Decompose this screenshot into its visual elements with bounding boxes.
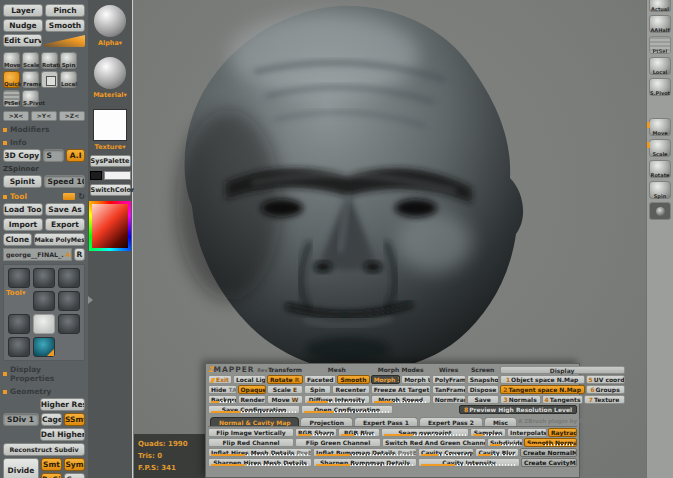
tool-preview-icon[interactable] [63, 193, 75, 200]
rotate-mode-icon[interactable]: Rotate [41, 52, 58, 69]
geometry-section-header[interactable]: Geometry [3, 387, 85, 396]
tab-projection[interactable]: Projection [300, 417, 352, 426]
cage-button[interactable]: Cage [41, 413, 62, 426]
sharpen-bumpmap-slider[interactable]: Sharpen Bumpmap Details [313, 458, 417, 467]
z-axis-button[interactable]: >Z< [59, 111, 85, 121]
ssmt-button[interactable]: SSmt [64, 413, 85, 426]
display-object-space-button[interactable]: 1Object space N.Map [500, 375, 585, 384]
create-normalmap-button[interactable]: Create NormalMap [520, 448, 577, 457]
opaque-button[interactable]: Opaque [238, 385, 267, 394]
layer-brush-button[interactable]: Layer [3, 4, 43, 17]
display-uv-coords-button[interactable]: 5UV coords [586, 375, 625, 384]
tool-dropdown[interactable]: Tool▾ [6, 289, 25, 297]
freeze-at-target-button[interactable]: Freeze At Target [371, 385, 431, 394]
polyframe-button[interactable]: PolyFrame [432, 375, 466, 384]
smt-button[interactable]: Smt [41, 458, 62, 471]
suv-button[interactable]: Suv [64, 473, 85, 478]
x-axis-button[interactable]: >X< [3, 111, 29, 121]
import-button[interactable]: Import [3, 218, 43, 231]
local-light-button[interactable]: Local Light [233, 375, 266, 384]
tool-section-header[interactable]: Tool ↻ [3, 192, 85, 201]
normframe-button[interactable]: NormFrame [432, 395, 466, 404]
seam-overpaint-slider[interactable]: Seam overpaint [381, 428, 469, 437]
tool-thumbnail[interactable] [8, 314, 30, 334]
set-pivot-icon[interactable]: S.Pivot [649, 78, 671, 96]
local-icon[interactable]: Local [649, 57, 671, 75]
material-thumbnail[interactable] [94, 57, 126, 89]
display-tangents-button[interactable]: 4Tangents [542, 395, 583, 404]
smooth-brush-button[interactable]: Smooth [45, 19, 85, 32]
tool-thumbnail[interactable] [58, 291, 80, 311]
tool-name-field[interactable]: george__FINAL_. 48 [3, 248, 72, 261]
ai-button[interactable]: A.I [66, 149, 85, 162]
reconstruct-subdiv-button[interactable]: Reconstruct Subdiv [3, 443, 85, 456]
switchcolor-button[interactable]: SwitchColor [90, 184, 131, 196]
diffuse-intensity-slider[interactable]: Diffuse Intensity [304, 395, 370, 404]
nudge-brush-button[interactable]: Nudge [3, 19, 43, 32]
tool-thumbnail[interactable] [58, 314, 80, 334]
subdivide-slider[interactable]: Subdivide [487, 438, 523, 447]
tool-thumbnail[interactable] [33, 291, 55, 311]
edit-curve-ramp[interactable] [44, 34, 85, 47]
background-slider[interactable]: Background [208, 395, 237, 404]
open-configuration-button[interactable]: Open Configuration [301, 405, 393, 414]
tanframe-button[interactable]: TanFrame [432, 385, 466, 394]
move-mode-icon[interactable]: Move [3, 52, 20, 69]
sharpen-hires-slider[interactable]: Sharpen Hires Mesh Details [208, 458, 312, 467]
alpha-selector[interactable]: Alpha▾ [88, 39, 132, 47]
tool-thumbnail[interactable] [58, 268, 80, 288]
del-higher-button[interactable]: Del Higher [40, 428, 85, 441]
tab-normal-cavity-map[interactable]: Normal & Cavity Map [210, 417, 299, 426]
display-texture-button[interactable]: 7Texture [584, 395, 625, 404]
info-section-header[interactable]: Info [3, 138, 85, 147]
smooth-normals-slider[interactable]: Smooth Normals [524, 438, 577, 447]
ptsel-icon[interactable]: PtSel [649, 36, 671, 54]
copy-3d-button[interactable]: 3D Copy [3, 149, 41, 162]
tab-expert-pass-2[interactable]: Expert Pass 2 [419, 417, 483, 426]
interpolate-button[interactable]: Interpolate [507, 428, 547, 437]
hide-button[interactable]: Hide TAll [208, 385, 237, 394]
faceted-button[interactable]: Faceted [304, 375, 336, 384]
color-picker[interactable] [89, 201, 131, 251]
rotate-button[interactable]: Rotate R [267, 375, 303, 384]
edit-curve-button[interactable]: Edit Curve [3, 34, 42, 47]
box-mode-icon[interactable] [41, 71, 58, 88]
save-as-button[interactable]: Save As [45, 203, 85, 216]
s-slider[interactable]: S [43, 149, 65, 162]
refresh-icon[interactable]: ↻ [78, 192, 85, 201]
load-tool-button[interactable]: Load Tool [3, 203, 43, 216]
cavity-coverage-slider[interactable]: Cavity Coverage [418, 448, 474, 457]
rotate-icon[interactable]: Rotate [649, 160, 671, 178]
tool-thumbnail-selected[interactable] [33, 314, 55, 334]
save-button[interactable]: Save [467, 395, 499, 404]
clone-button[interactable]: Clone [3, 233, 32, 246]
spin-icon[interactable]: Spin [649, 181, 671, 199]
display-normals-button[interactable]: 3Normals [500, 395, 541, 404]
morph-3d-button[interactable]: Morph 3D [371, 375, 401, 384]
tool-thumbnail[interactable] [33, 268, 55, 288]
smooth-button[interactable]: Smooth [337, 375, 369, 384]
rgb-blur-slider[interactable]: RGB Blur [338, 428, 380, 437]
tab-expert-pass-1[interactable]: Expert Pass 1 [354, 417, 418, 426]
tab-misc[interactable]: Misc [484, 417, 517, 426]
flip-green-channel-button[interactable]: Flip Green Channel [295, 438, 381, 447]
raytrace-button[interactable]: Raytrace [548, 428, 577, 437]
move-button[interactable]: Move W [267, 395, 303, 404]
texture-selector[interactable]: Texture▾ [88, 143, 132, 151]
y-axis-button[interactable]: >Y< [31, 111, 57, 121]
higher-res-button[interactable]: Higher Res [40, 398, 85, 411]
tool-thumbnail[interactable] [8, 268, 30, 288]
recenter-button[interactable]: Recenter [332, 385, 370, 394]
texture-thumbnail[interactable] [93, 109, 127, 141]
alpha-thumbnail[interactable] [94, 5, 126, 37]
camera-icon[interactable] [649, 202, 671, 220]
aahalf-icon[interactable]: AAHalf [649, 15, 671, 33]
morph-speed-slider[interactable]: Morph Speed [371, 395, 431, 404]
quick-mode-icon[interactable]: Quick [3, 71, 20, 88]
modifiers-section-header[interactable]: Modifiers [3, 125, 85, 134]
speed-slider[interactable]: Speed 10 [44, 175, 86, 188]
move-icon[interactable]: Move [649, 118, 671, 136]
set-pivot-icon[interactable]: S.Pivot [22, 90, 39, 107]
pinch-brush-button[interactable]: Pinch [45, 4, 85, 17]
samples-slider[interactable]: Samples [470, 428, 506, 437]
